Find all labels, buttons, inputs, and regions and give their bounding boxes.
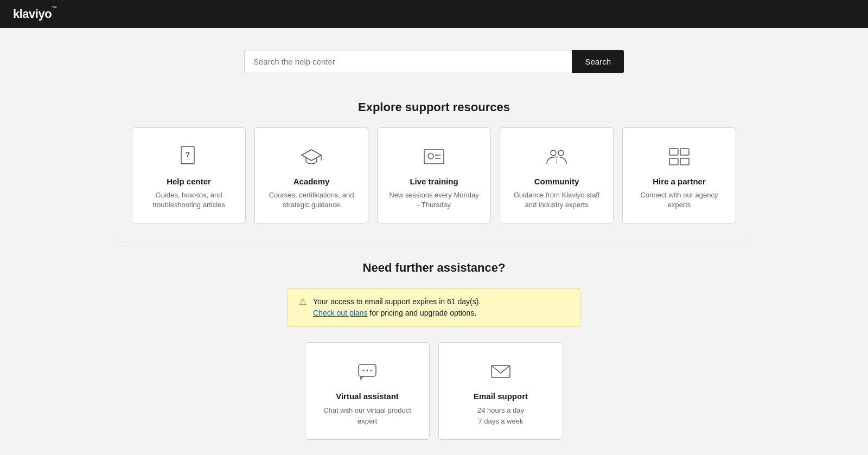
warning-text: Your access to email support expires in … [313,296,481,319]
card-live-training[interactable]: Live training New sessions every Monday … [377,127,491,223]
main-content: Search Explore support resources ? Help … [108,28,760,455]
card-email-support[interactable]: Email support 24 hours a day7 days a wee… [438,342,563,440]
search-button[interactable]: Search [572,50,624,73]
warning-icon: ⚠ [299,297,307,307]
support-cards: Virtual assistant Chat with our virtual … [119,342,749,440]
help-center-title: Help center [167,177,211,186]
svg-point-6 [428,153,433,159]
section-divider [119,241,749,241]
svg-point-16 [363,370,365,371]
svg-rect-11 [669,149,678,155]
svg-point-9 [551,150,556,156]
svg-rect-5 [424,150,444,164]
academy-title: Academy [293,177,330,186]
search-section: Search [119,50,749,73]
email-support-desc: 24 hours a day7 days a week [477,405,524,426]
explore-title: Explore support resources [119,100,749,114]
card-virtual-assistant[interactable]: Virtual assistant Chat with our virtual … [305,342,430,440]
book-question-icon: ? [176,143,202,169]
community-title: Community [534,177,579,186]
svg-rect-14 [680,158,689,165]
search-bar: Search [244,50,624,73]
svg-point-18 [371,370,372,371]
svg-marker-3 [302,150,321,161]
resource-cards: ? Help center Guides, how-tos, and troub… [119,127,749,223]
warning-banner: ⚠ Your access to email support expires i… [288,288,580,327]
card-hire-partner[interactable]: Hire a partner Connect with our agency e… [622,127,736,223]
card-help-center[interactable]: ? Help center Guides, how-tos, and troub… [132,127,246,223]
live-training-title: Live training [410,177,458,186]
chat-bubbles-icon [354,358,380,384]
help-center-desc: Guides, how-tos, and troubleshooting art… [143,190,234,210]
card-academy[interactable]: Academy Courses, certifications, and str… [254,127,368,223]
svg-text:?: ? [186,150,190,159]
live-training-desc: New sessions every Monday - Thursday [388,190,480,210]
search-input[interactable] [244,50,572,73]
virtual-assistant-desc: Chat with our virtual product expert [316,405,418,426]
svg-point-17 [367,370,368,371]
warning-text-before: Your access to email support expires in … [313,297,481,306]
svg-point-10 [558,150,564,156]
graduation-cap-icon [298,143,324,169]
person-card-icon [421,143,447,169]
hire-partner-title: Hire a partner [653,177,706,186]
top-navigation: klaviyo™ [0,0,868,28]
academy-desc: Courses, certifications, and strategic g… [266,190,357,210]
email-support-title: Email support [474,392,528,401]
warning-text-after: for pricing and upgrade options. [367,309,476,317]
svg-rect-12 [680,149,689,155]
people-icon [544,143,570,169]
community-desc: Guidance from Klaviyo staff and industry… [511,190,602,210]
klaviyo-logo: klaviyo™ [13,7,57,21]
book-grid-icon [666,143,692,169]
hire-partner-desc: Connect with our agency experts [634,190,725,210]
card-community[interactable]: Community Guidance from Klaviyo staff an… [500,127,614,223]
check-out-plans-link[interactable]: Check out plans [313,309,367,317]
svg-rect-13 [669,158,678,165]
assistance-title: Need further assistance? [119,261,749,275]
virtual-assistant-title: Virtual assistant [336,392,399,401]
envelope-icon [488,358,514,384]
